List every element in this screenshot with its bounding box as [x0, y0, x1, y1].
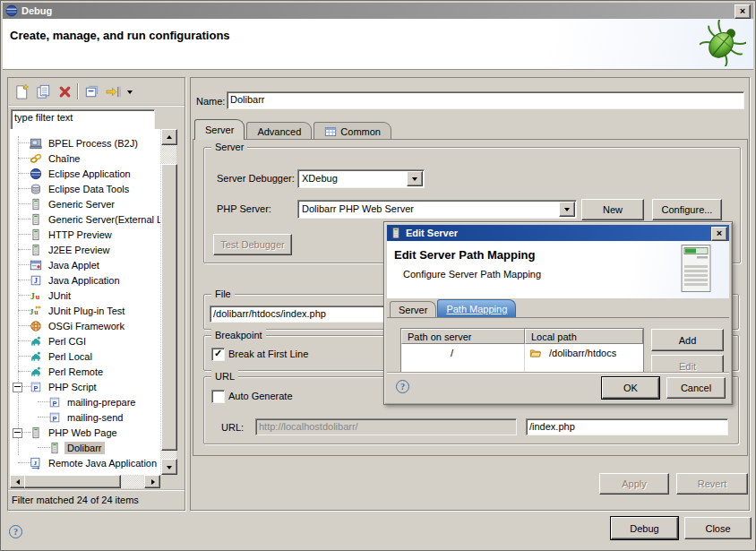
dialog-titlebar[interactable]: Edit Server × — [387, 225, 729, 241]
column-header-path-on-server[interactable]: Path on server — [401, 329, 525, 344]
tree-item-remote-java-application[interactable]: JRemote Java Application — [10, 455, 160, 470]
server-icon — [30, 198, 42, 211]
horizontal-scroll-thumb[interactable] — [24, 475, 121, 488]
combo-arrow-button[interactable] — [407, 171, 423, 186]
junit-plugin-icon: Ju — [30, 305, 42, 317]
scroll-down-button[interactable] — [161, 459, 177, 475]
tree-horizontal-scrollbar[interactable] — [10, 475, 160, 488]
debug-button[interactable]: Debug — [611, 517, 678, 539]
tree-item-php-web-page[interactable]: PHP Web Page — [10, 425, 160, 440]
tree-item-perl-remote[interactable]: Perl Remote — [10, 364, 160, 379]
new-config-icon — [13, 83, 30, 100]
dialog-close-button[interactable]: × — [711, 227, 727, 241]
arrow-down-icon — [167, 466, 172, 472]
filter-configurations-button[interactable] — [103, 82, 123, 101]
tree-item-perl-local[interactable]: Perl Local — [10, 349, 160, 364]
combo-arrow-button[interactable] — [559, 202, 575, 217]
chain-icon — [30, 152, 42, 165]
new-server-button[interactable]: New — [581, 199, 644, 220]
test-debugger-button[interactable]: Test Debugger — [213, 234, 292, 255]
window-close-button[interactable]: × — [735, 4, 751, 19]
server-debugger-select[interactable]: XDebug — [297, 169, 425, 188]
tree-item-j2ee-preview[interactable]: J2EE Preview — [10, 242, 160, 257]
ok-button[interactable]: OK — [602, 377, 659, 399]
tree-item-osgi-framework[interactable]: OSGi Framework — [10, 318, 160, 333]
tree-item-bpel-process-b2j[interactable]: BPEL Process (B2J) — [10, 135, 160, 151]
duplicate-configuration-button[interactable] — [33, 82, 53, 101]
name-label: Name: — [196, 96, 225, 107]
tree-item-label: mailing-send — [64, 411, 125, 424]
auto-generate-checkbox[interactable] — [211, 390, 225, 403]
column-header-local-path[interactable]: Local path — [525, 329, 643, 344]
tree-item-mailing-prepare[interactable]: Pmailing-prepare — [10, 394, 160, 409]
name-input[interactable]: Dolibarr — [227, 91, 744, 109]
tree-item-perl-cgi[interactable]: Perl CGI — [10, 333, 160, 349]
window-titlebar[interactable]: Debug × — [3, 3, 753, 19]
path-mapping-row[interactable]: //dolibarr/htdocs — [401, 344, 643, 362]
dialog-tab-server[interactable]: Server — [390, 301, 436, 317]
cancel-button[interactable]: Cancel — [666, 377, 726, 399]
revert-button[interactable]: Revert — [676, 473, 748, 495]
window-title: Debug — [21, 5, 52, 16]
svg-text:P: P — [34, 383, 39, 392]
collapse-expander-icon[interactable] — [13, 383, 22, 392]
server-icon — [48, 442, 61, 454]
server-icon — [30, 426, 42, 439]
vertical-scroll-thumb[interactable] — [161, 164, 177, 451]
tree-item-label: Perl Remote — [46, 366, 106, 378]
break-first-line-label: Break at First Line — [228, 349, 308, 359]
tree-item-cha-ne[interactable]: Chaîne — [10, 151, 160, 166]
table-icon — [324, 125, 337, 138]
delete-configuration-button[interactable] — [55, 82, 74, 101]
tree-item-php-script[interactable]: PPHP Script — [10, 379, 160, 394]
filter-input[interactable]: type filter text — [11, 109, 155, 130]
tree-item-label: JUnit — [46, 289, 73, 302]
tree-vertical-scrollbar[interactable] — [160, 129, 176, 475]
edit-mapping-button[interactable]: Edit — [651, 355, 724, 374]
tree-item-junit-plug-in-test[interactable]: JuJUnit Plug-in Test — [10, 303, 160, 318]
url-path-input[interactable]: /index.php — [526, 418, 728, 435]
apply-button[interactable]: Apply — [599, 473, 669, 495]
scroll-right-button[interactable] — [144, 475, 160, 488]
dialog-tab-path-mapping[interactable]: Path Mapping — [437, 299, 516, 317]
tree-item-java-applet[interactable]: Java Applet — [10, 257, 160, 272]
tree-item-dolibarr[interactable]: Dolibarr — [10, 440, 160, 455]
add-mapping-button[interactable]: Add — [651, 329, 724, 351]
auto-generate-label: Auto Generate — [228, 391, 293, 401]
path-mapping-rows: //dolibarr/htdocs — [401, 344, 643, 362]
php-script-icon: P — [48, 411, 61, 424]
tree-item-label: PHP Script — [46, 381, 99, 393]
delete-config-icon — [56, 83, 73, 100]
dialog-heading: Edit Server Path Mapping — [394, 248, 535, 262]
tree-item-label: Eclipse Data Tools — [46, 183, 132, 195]
toolbar-menu-dropdown[interactable] — [125, 82, 135, 101]
new-configuration-button[interactable] — [12, 82, 31, 101]
tree-item-eclipse-application[interactable]: Eclipse Application — [10, 166, 160, 181]
server-icon — [30, 244, 42, 256]
tree-item-generic-server-external-la[interactable]: Generic Server(External La — [10, 211, 160, 227]
configure-server-button[interactable]: Configure... — [652, 199, 722, 220]
tree-item-mailing-send[interactable]: Pmailing-send — [10, 409, 160, 425]
collapse-expander-icon[interactable] — [13, 428, 22, 438]
local-path-cell: /dolibarr/htdocs — [525, 344, 643, 362]
tree-item-label: Perl CGI — [46, 335, 89, 348]
scroll-up-button[interactable] — [161, 129, 177, 145]
tab-common[interactable]: Common — [314, 122, 391, 140]
tab-advanced[interactable]: Advanced — [246, 122, 312, 140]
tree-item-label: Java Application — [46, 274, 123, 287]
collapse-all-button[interactable] — [82, 82, 101, 101]
tree-item-http-preview[interactable]: HTTP Preview — [10, 227, 160, 242]
tree-item-label: Generic Server(External La — [46, 213, 160, 226]
chevron-down-icon — [412, 177, 417, 184]
break-first-line-checkbox[interactable]: ✓ — [211, 348, 225, 361]
tree-item-eclipse-data-tools[interactable]: Eclipse Data Tools — [10, 181, 160, 196]
tree-item-junit[interactable]: JuJUnit — [10, 288, 160, 303]
tree-item-java-application[interactable]: JJava Application — [10, 272, 160, 288]
help-icon[interactable]: ? — [9, 525, 22, 538]
tab-server[interactable]: Server — [194, 119, 245, 140]
config-tree: BPEL Process (B2J)ChaîneEclipse Applicat… — [10, 129, 160, 475]
dialog-help-icon[interactable]: ? — [396, 380, 409, 393]
php-server-select[interactable]: Dolibarr PHP Web Server — [297, 200, 577, 219]
tree-item-generic-server[interactable]: Generic Server — [10, 196, 160, 211]
close-button[interactable]: Close — [684, 517, 752, 539]
